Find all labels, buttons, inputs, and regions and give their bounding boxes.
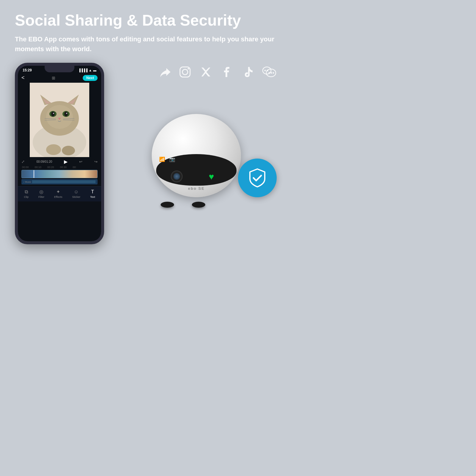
time-mark-4: 00:	[73, 166, 76, 169]
video-strip[interactable]	[21, 170, 98, 178]
playback-time: 00:09/01:20	[37, 160, 52, 163]
playback-controls: ⤢ 00:09/01:20 ▶ ↩ ↪	[21, 159, 98, 165]
instagram-icon	[179, 66, 191, 78]
toolbar-item-text[interactable]: T Text	[90, 189, 95, 198]
right-side: 📶 📷 ♥ ebo SE	[110, 63, 300, 203]
svg-point-11	[64, 112, 68, 116]
svg-point-13	[66, 113, 67, 114]
audio-waveform	[32, 180, 96, 183]
twitter-icon	[200, 66, 212, 78]
time-mark-1: 00:10	[35, 166, 42, 169]
robot-feet	[161, 202, 205, 208]
text-label: Text	[90, 195, 95, 198]
phone-notch	[45, 66, 74, 72]
svg-point-10	[51, 112, 55, 116]
svg-point-19	[46, 144, 61, 155]
content-area: 15:29 ▐▐▐▐ ▲ ▬ < ⊞ Next	[15, 63, 300, 244]
sticker-icon: ☺	[74, 189, 79, 195]
clip-icon: ⧉	[25, 189, 28, 195]
audio-strip[interactable]: ♪ Music	[21, 179, 98, 184]
text-icon: T	[91, 189, 94, 195]
playback-area: ⤢ 00:09/01:20 ▶ ↩ ↪ 00:00 00:10 00:20 00…	[18, 157, 101, 186]
time-mark-3: 00:30	[60, 166, 67, 169]
fullscreen-icon[interactable]: ⤢	[21, 159, 25, 164]
social-icons-row	[152, 66, 276, 78]
robot-brand-label: ebo SE	[188, 186, 205, 191]
robot-camera-lens	[171, 170, 183, 182]
svg-point-23	[188, 68, 189, 70]
page-subtitle: The EBO App comes with tons of editing a…	[15, 34, 283, 54]
wechat-icon	[262, 66, 276, 78]
svg-point-29	[271, 72, 272, 74]
filter-label: Filter	[38, 195, 44, 198]
robot-foot-left	[161, 202, 174, 208]
svg-point-30	[273, 72, 274, 74]
timeline-ruler: 00:00 00:10 00:20 00:30 00:	[21, 166, 98, 169]
share-icon	[158, 66, 170, 78]
phone-screen: 15:29 ▐▐▐▐ ▲ ▬ < ⊞ Next	[18, 66, 101, 241]
signal-icon: ▐▐▐▐	[78, 68, 87, 72]
app-toolbar: ⧉ Clip ◎ Filter ✦ Effects ☺	[18, 186, 101, 201]
play-button[interactable]: ▶	[64, 159, 68, 165]
timeline-clips: ♪ Music	[21, 170, 98, 184]
clip-label: Clip	[24, 195, 29, 198]
robot-area: 📶 📷 ♥ ebo SE	[152, 96, 277, 203]
tiktok-icon	[241, 66, 254, 78]
wifi-icon: ▲	[89, 68, 92, 72]
audio-label: ♪ Music	[23, 181, 31, 183]
cat-photo	[30, 83, 89, 157]
redo-icon[interactable]: ↪	[94, 159, 98, 164]
robot-lens	[173, 173, 180, 180]
filter-icon: ◎	[39, 189, 43, 195]
toolbar-item-effects[interactable]: ✦ Effects	[54, 189, 62, 198]
svg-point-12	[53, 113, 54, 114]
phone-mockup: 15:29 ▐▐▐▐ ▲ ▬ < ⊞ Next	[15, 63, 110, 244]
status-time: 15:29	[23, 68, 32, 72]
grid-icon[interactable]: ⊞	[52, 76, 55, 80]
sticker-label: Sticker	[72, 195, 80, 198]
security-badge	[238, 159, 277, 197]
page-title: Social Sharing & Data Security	[15, 12, 300, 29]
robot-foot-right	[192, 202, 205, 208]
next-button[interactable]: Next	[83, 75, 98, 81]
robot-belt: 📶 📷 ♥	[156, 154, 237, 186]
volume-down-btn	[101, 115, 102, 125]
effects-label: Effects	[54, 195, 62, 198]
effects-icon: ✦	[56, 189, 60, 195]
robot-body: 📶 📷 ♥ ebo SE	[152, 114, 244, 203]
time-mark-0: 00:00	[22, 166, 29, 169]
shield-check-icon	[247, 167, 268, 188]
undo-icon[interactable]: ↩	[79, 159, 82, 164]
battery-icon: ▬	[93, 68, 96, 72]
toolbar-item-sticker[interactable]: ☺ Sticker	[72, 189, 80, 198]
robot-wifi-icon: 📶	[159, 156, 165, 162]
robot-heart: ♥	[204, 169, 219, 184]
robot-camera-icon: 📷	[169, 156, 175, 162]
svg-point-7	[46, 105, 73, 129]
svg-point-25	[264, 70, 266, 71]
svg-point-22	[182, 69, 188, 75]
toolbar-item-clip[interactable]: ⧉ Clip	[24, 189, 29, 198]
svg-point-28	[269, 72, 270, 74]
toolbar-item-filter[interactable]: ◎ Filter	[38, 189, 44, 198]
page-container: Social Sharing & Data Security The EBO A…	[0, 0, 315, 315]
time-mark-2: 00:20	[47, 166, 54, 169]
back-button[interactable]: <	[21, 75, 25, 81]
volume-up-btn	[101, 101, 102, 112]
video-preview	[30, 83, 89, 157]
phone-outer: 15:29 ▐▐▐▐ ▲ ▬ < ⊞ Next	[15, 63, 104, 244]
robot-sphere: 📶 📷 ♥ ebo SE	[152, 114, 241, 197]
status-icons: ▐▐▐▐ ▲ ▬	[78, 68, 96, 72]
playhead-marker	[34, 170, 34, 178]
app-header: < ⊞ Next	[18, 73, 101, 83]
facebook-icon	[220, 66, 233, 78]
svg-point-20	[62, 146, 75, 155]
